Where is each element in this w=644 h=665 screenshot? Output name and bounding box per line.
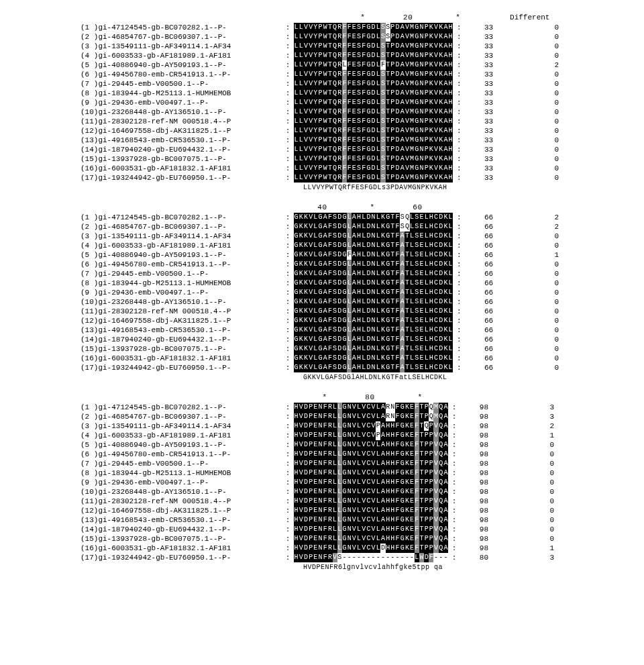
different-value: 0 — [525, 107, 559, 117]
sequence-row: (15)gi-13937928-gb-BC007075.1--P-:HVDPEN… — [80, 534, 570, 544]
sequence-residues: GKKVLGAFSDGLAHLDNLKGTFATLSELHCDKL — [294, 325, 453, 335]
separator: : — [282, 403, 294, 412]
sequence-row: (10)gi-23268448-gb-AY136510.1--P-:LLVVYP… — [80, 107, 570, 117]
sequence-label: (12)gi-164697558-dbj-AK311825.1--P — [80, 126, 282, 136]
sequence-row: (16)gi-6003531-gb-AF181832.1-AF181:HVDPE… — [80, 544, 570, 553]
sequence-label: (5 )gi-40886940-gb-AY509193.1--P- — [80, 60, 282, 70]
separator: : — [282, 534, 294, 544]
sequence-residues: LLVVYPWTQRFFESFGDLSTPDAVMGNPKVKAH — [294, 70, 453, 79]
sequence-residues: LLVVYPWTQRFFESFGDLSTPDAVMGNPKVKAH — [294, 117, 453, 126]
separator: : — [453, 241, 465, 250]
sequence-row: (8 )gi-183944-gb-M25113.1-HUMHEMOB:GKKVL… — [80, 278, 570, 288]
different-value: 0 — [525, 241, 559, 250]
different-value: 0 — [525, 126, 559, 136]
sequence-row: (15)gi-13937928-gb-BC007075.1--P-:GKKVLG… — [80, 344, 570, 354]
sequence-row: (11)gi-28302128-ref-NM 000518.4--P:GKKVL… — [80, 307, 570, 316]
different-value: 2 — [525, 60, 559, 70]
sequence-row: (10)gi-23268448-gb-AY136510.1--P-:HVDPEN… — [80, 487, 570, 497]
sequence-row: (17)gi-193244942-gb-EU760950.1--P-:GKKVL… — [80, 363, 570, 372]
sequence-row: (14)gi-187940240-gb-EU694432.1--P-:LLVVY… — [80, 145, 570, 154]
position-value: 33 — [473, 89, 493, 98]
position-value: 98 — [468, 440, 488, 450]
separator: : — [448, 525, 460, 534]
separator: : — [453, 98, 465, 107]
sequence-residues: HVDPENFRLLGNVLVCVLAHHFGKEFTPPVQA — [294, 459, 448, 468]
separator: : — [453, 164, 465, 173]
sequence-residues: LLVVYPWTQRFFESFGDLSTPDAVMGNPKVKAH — [294, 173, 453, 183]
sequence-label: (11)gi-28302128-ref-NM 000518.4--P — [80, 307, 282, 316]
separator: : — [453, 307, 465, 316]
separator: : — [453, 136, 465, 145]
sequence-label: (6 )gi-49456780-emb-CR541913.1--P- — [80, 450, 282, 459]
different-value: 0 — [521, 525, 554, 534]
sequence-residues: LLVVYPWTQRFFESFGDLSTPDAVMGNPKVKAH — [294, 51, 453, 60]
separator: : — [282, 344, 294, 354]
sequence-row: (2 )gi-46854767-gb-BC069307.1--P-:LLVVYP… — [80, 32, 570, 42]
separator: : — [282, 23, 294, 32]
position-value: 98 — [468, 450, 488, 459]
sequence-label: (1 )gi-47124545-gb-BC070282.1--P- — [80, 23, 282, 32]
sequence-label: (15)gi-13937928-gb-BC007075.1--P- — [80, 344, 282, 354]
sequence-label: (4 )gi-6003533-gb-AF181989.1-AF181 — [80, 241, 282, 250]
sequence-residues: HVDPENFRLLGNVLVCVLAHHFGKEFTPPVQA — [294, 506, 448, 515]
sequence-label: (10)gi-23268448-gb-AY136510.1--P- — [80, 107, 282, 117]
separator: : — [282, 70, 294, 79]
separator: : — [282, 79, 294, 89]
position-value: 33 — [473, 154, 493, 164]
sequence-residues: HVDPENFRLLGNVLVCVLAHHFGKEFTPPVQA — [294, 534, 448, 544]
sequence-label: (16)gi-6003531-gb-AF181832.1-AF181 — [80, 544, 282, 553]
sequence-label: (15)gi-13937928-gb-BC007075.1--P- — [80, 534, 282, 544]
sequence-label: (13)gi-49168543-emb-CR536530.1--P- — [80, 325, 282, 335]
position-value: 66 — [473, 278, 493, 288]
ruler-text: * 80 * — [303, 393, 460, 401]
position-value: 33 — [473, 42, 493, 51]
sequence-label: (4 )gi-6003533-gb-AF181989.1-AF181 — [80, 51, 282, 60]
position-value: 66 — [473, 354, 493, 363]
sequence-residues: HVDPENFRLLGNVLVCVLAHHFGKEFTPPVQA — [294, 478, 448, 487]
sequence-row: (3 )gi-13549111-gb-AF349114.1-AF34:HVDPE… — [80, 421, 570, 431]
different-value: 0 — [521, 459, 554, 468]
separator: : — [282, 487, 294, 497]
separator: : — [453, 145, 465, 154]
separator: : — [453, 344, 465, 354]
position-value: 33 — [473, 117, 493, 126]
sequence-label: (11)gi-28302128-ref-NM 000518.4--P — [80, 117, 282, 126]
separator: : — [448, 534, 460, 544]
different-value: 0 — [525, 145, 559, 154]
position-value: 98 — [468, 468, 488, 478]
sequence-row: (3 )gi-13549111-gb-AF349114.1-AF34:LLVVY… — [80, 42, 570, 51]
sequence-label: (4 )gi-6003533-gb-AF181989.1-AF181 — [80, 431, 282, 440]
separator: : — [448, 468, 460, 478]
separator: : — [448, 497, 460, 506]
sequence-row: (2 )gi-46854767-gb-BC069307.1--P-:GKKVLG… — [80, 222, 570, 232]
sequence-row: (1 )gi-47124545-gb-BC070282.1--P-:GKKVLG… — [80, 213, 570, 222]
sequence-row: (6 )gi-49456780-emb-CR541913.1--P-:LLVVY… — [80, 70, 570, 79]
separator: : — [453, 363, 465, 372]
separator: : — [453, 32, 465, 42]
separator: : — [282, 232, 294, 241]
separator: : — [282, 107, 294, 117]
separator: : — [453, 89, 465, 98]
sequence-residues: LLVVYPWTQRFFESFGDLSTPDAVMGNPKVKAH — [294, 126, 453, 136]
sequence-residues: HVDPENFRLLGNVLVCVLARNFGKEFTPQMQA — [294, 403, 448, 412]
separator: : — [282, 173, 294, 183]
sequence-label: (12)gi-164697558-dbj-AK311825.1--P — [80, 316, 282, 325]
sequence-residues: LLVVYPWTQRFFESFGDLSTPDAVMGNPKVKAH — [294, 79, 453, 89]
separator: : — [448, 403, 460, 412]
different-value: 0 — [525, 297, 559, 307]
separator: : — [453, 232, 465, 241]
separator: : — [282, 278, 294, 288]
different-value: 0 — [525, 335, 559, 344]
sequence-residues: GKKVLGAFSDGLAHLDNLKGTFATLSELHCDKL — [294, 232, 453, 241]
different-value: 0 — [525, 325, 559, 335]
sequence-label: (10)gi-23268448-gb-AY136510.1--P- — [80, 487, 282, 497]
separator: : — [282, 316, 294, 325]
separator: : — [282, 98, 294, 107]
sequence-label: (11)gi-28302128-ref-NM 000518.4--P — [80, 497, 282, 506]
sequence-row: (7 )gi-29445-emb-V00500.1--P-:LLVVYPWTQR… — [80, 79, 570, 89]
separator: : — [282, 478, 294, 487]
sequence-residues: LLVVYPWTQRFFESFGDLSSPDAVMGNPKVKAH — [294, 23, 453, 32]
position-value: 98 — [468, 515, 488, 525]
separator: : — [282, 440, 294, 450]
sequence-row: (7 )gi-29445-emb-V00500.1--P-:HVDPENFRLL… — [80, 459, 570, 468]
